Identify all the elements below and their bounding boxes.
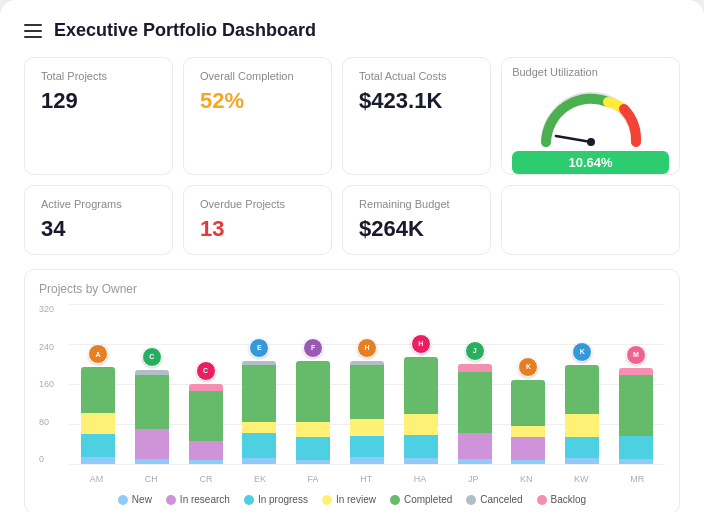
bar-stack <box>189 384 223 464</box>
legend-label: Completed <box>404 494 452 505</box>
bar-stack <box>565 365 599 464</box>
legend-dot <box>118 495 128 505</box>
menu-icon[interactable] <box>24 24 42 38</box>
bar-segment-new <box>81 457 115 464</box>
overall-completion-card: Overall Completion 52% <box>183 57 332 175</box>
bar-segment-research <box>135 429 169 460</box>
bar-segment-progress <box>404 435 438 458</box>
x-label: CR <box>199 474 212 484</box>
budget-label: Budget Utilization <box>512 66 598 78</box>
x-label: CH <box>145 474 158 484</box>
legend-dot <box>466 495 476 505</box>
bar-segment-completed <box>511 380 545 426</box>
legend-label: In progress <box>258 494 308 505</box>
x-label: FA <box>308 474 319 484</box>
bar-segment-progress <box>565 437 599 458</box>
metrics-row-2: Active Programs 34 Overdue Projects 13 R… <box>24 185 680 255</box>
bar-group: C <box>135 347 169 464</box>
remaining-budget-value: $264K <box>359 216 474 242</box>
legend-item: Backlog <box>537 494 587 505</box>
bar-stack <box>404 357 438 464</box>
bar-stack <box>619 368 653 464</box>
legend-item: New <box>118 494 152 505</box>
y-label-160: 160 <box>39 379 67 389</box>
bar-stack <box>135 370 169 464</box>
bar-stack <box>81 367 115 464</box>
bar-segment-new <box>619 459 653 464</box>
chart-title: Projects by Owner <box>39 282 665 296</box>
bar-group: E <box>242 338 276 464</box>
x-label: KW <box>574 474 589 484</box>
avatar: E <box>249 338 269 358</box>
bar-segment-review <box>242 422 276 433</box>
bar-group: H <box>404 334 438 464</box>
bar-segment-progress <box>81 434 115 457</box>
bar-segment-review <box>296 422 330 437</box>
legend-item: In research <box>166 494 230 505</box>
bar-stack <box>296 361 330 464</box>
bar-segment-completed <box>189 391 223 441</box>
bar-segment-new <box>242 458 276 464</box>
bar-segment-progress <box>296 437 330 460</box>
bar-segment-new <box>458 459 492 464</box>
bar-segment-review <box>511 426 545 437</box>
legend-label: Canceled <box>480 494 522 505</box>
legend-item: Completed <box>390 494 452 505</box>
avatar: A <box>88 344 108 364</box>
budget-value: 10.64% <box>512 151 669 174</box>
bar-segment-review <box>565 414 599 437</box>
avatar: K <box>572 342 592 362</box>
active-programs-card: Active Programs 34 <box>24 185 173 255</box>
legend-dot <box>244 495 254 505</box>
avatar: M <box>626 345 646 365</box>
bar-segment-research <box>189 441 223 460</box>
bar-segment-progress <box>350 436 384 457</box>
bar-segment-completed <box>350 365 384 419</box>
total-projects-card: Total Projects 129 <box>24 57 173 175</box>
avatar: H <box>357 338 377 358</box>
bar-chart: 320 240 160 80 0 ACCEFHHJKKM AMCHCREKFAH… <box>39 304 665 484</box>
active-programs-value: 34 <box>41 216 156 242</box>
bar-group: K <box>565 342 599 464</box>
y-label-80: 80 <box>39 417 67 427</box>
gauge-svg <box>536 84 646 149</box>
bar-group: J <box>458 341 492 464</box>
header: Executive Portfolio Dashboard <box>24 20 680 41</box>
bar-segment-new <box>296 460 330 464</box>
overdue-projects-card: Overdue Projects 13 <box>183 185 332 255</box>
gauge-chart <box>536 84 646 149</box>
bar-segment-completed <box>404 357 438 414</box>
bar-segment-completed <box>565 365 599 415</box>
bar-segment-review <box>350 419 384 436</box>
avatar: F <box>303 338 323 358</box>
budget-utilization-card: Budget Utilization 10.64% <box>501 57 680 175</box>
legend-label: Backlog <box>551 494 587 505</box>
bar-segment-completed <box>81 367 115 413</box>
bar-segment-new <box>404 458 438 464</box>
avatar: J <box>465 341 485 361</box>
svg-point-1 <box>587 138 595 146</box>
bar-group: A <box>81 344 115 464</box>
bar-segment-research <box>458 433 492 460</box>
bar-segment-new <box>350 457 384 464</box>
legend-item: Canceled <box>466 494 522 505</box>
active-programs-label: Active Programs <box>41 198 156 210</box>
x-label: HA <box>414 474 427 484</box>
bar-segment-progress <box>619 436 653 459</box>
x-label: JP <box>468 474 479 484</box>
legend-dot <box>322 495 332 505</box>
total-projects-value: 129 <box>41 88 156 114</box>
bar-group: K <box>511 357 545 464</box>
bar-segment-backlog <box>458 364 492 372</box>
bar-group: C <box>189 361 223 464</box>
bar-segment-new <box>565 458 599 464</box>
x-label: HT <box>360 474 372 484</box>
total-projects-label: Total Projects <box>41 70 156 82</box>
bar-segment-review <box>404 414 438 435</box>
overall-completion-label: Overall Completion <box>200 70 315 82</box>
legend-item: In progress <box>244 494 308 505</box>
bar-stack <box>511 380 545 464</box>
bar-group: F <box>296 338 330 464</box>
x-label: MR <box>630 474 644 484</box>
bar-segment-completed <box>296 361 330 422</box>
